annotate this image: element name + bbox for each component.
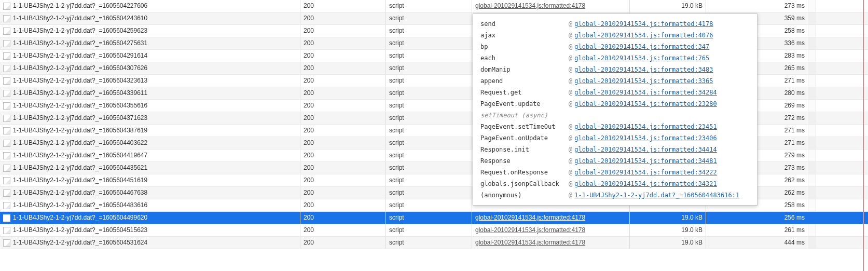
type-cell: script bbox=[386, 237, 472, 249]
name-cell[interactable]: 1-1-UB4JShy2-1-2-yj7dd.dat?_=16056042596… bbox=[0, 25, 300, 37]
initiator-stacktrace-popup: send@global-201029141534.js:formatted:41… bbox=[473, 13, 757, 206]
time-cell: 444 ms bbox=[706, 237, 808, 249]
name-cell[interactable]: 1-1-UB4JShy2-1-2-yj7dd.dat?_=16056042276… bbox=[0, 0, 300, 12]
name-cell[interactable]: 1-1-UB4JShy2-1-2-yj7dd.dat?_=16056042436… bbox=[0, 12, 300, 24]
at-symbol: @ bbox=[569, 55, 572, 62]
name-cell[interactable]: 1-1-UB4JShy2-1-2-yj7dd.dat?_=16056043396… bbox=[0, 87, 300, 99]
request-name: 1-1-UB4JShy2-1-2-yj7dd.dat?_=16056044676… bbox=[13, 187, 147, 199]
frame-location: @global-201029141534.js:formatted:3483 bbox=[569, 64, 713, 75]
name-cell[interactable]: 1-1-UB4JShy2-1-2-yj7dd.dat?_=16056043236… bbox=[0, 75, 300, 87]
at-symbol: @ bbox=[569, 20, 572, 28]
name-cell[interactable]: 1-1-UB4JShy2-1-2-yj7dd.dat?_=16056045316… bbox=[0, 237, 300, 249]
initiator-cell[interactable]: global-201029141534.js:formatted:4178 bbox=[472, 0, 630, 12]
type-cell: script bbox=[386, 174, 472, 186]
frame-location: @global-201029141534.js:formatted:23451 bbox=[569, 121, 717, 132]
waterfall-marker bbox=[863, 0, 864, 249]
name-cell[interactable]: 1-1-UB4JShy2-1-2-yj7dd.dat?_=16056044836… bbox=[0, 199, 300, 211]
initiator-cell[interactable]: global-201029141534.js:formatted:4178 bbox=[472, 237, 630, 249]
type-cell: script bbox=[386, 62, 472, 74]
status-cell: 200 bbox=[300, 62, 386, 74]
stack-frame: bp@global-201029141534.js:formatted:347 bbox=[480, 41, 750, 52]
request-name: 1-1-UB4JShy2-1-2-yj7dd.dat?_=16056044196… bbox=[13, 150, 147, 161]
request-name: 1-1-UB4JShy2-1-2-yj7dd.dat?_=16056042436… bbox=[13, 12, 147, 24]
frame-source-link[interactable]: global-201029141534.js:formatted:34284 bbox=[574, 89, 717, 96]
frame-source-link[interactable]: global-201029141534.js:formatted:23451 bbox=[574, 123, 717, 130]
waterfall-cell bbox=[808, 237, 816, 249]
frame-source-link[interactable]: global-201029141534.js:formatted:3483 bbox=[574, 66, 713, 73]
at-symbol: @ bbox=[569, 77, 572, 85]
frame-source-link[interactable]: global-201029141534.js:formatted:4076 bbox=[574, 32, 713, 39]
file-icon bbox=[3, 227, 10, 234]
network-row[interactable]: 1-1-UB4JShy2-1-2-yj7dd.dat?_=16056044996… bbox=[0, 212, 868, 224]
status-cell: 200 bbox=[300, 237, 386, 249]
waterfall-cell bbox=[808, 12, 816, 24]
frame-function: bp bbox=[480, 41, 569, 52]
at-symbol: @ bbox=[569, 180, 572, 187]
type-cell: script bbox=[386, 37, 472, 49]
request-name: 1-1-UB4JShy2-1-2-yj7dd.dat?_=16056043556… bbox=[13, 100, 147, 112]
at-symbol: @ bbox=[569, 192, 572, 199]
stack-frame: Request.get@global-201029141534.js:forma… bbox=[480, 87, 750, 98]
stack-frame: setTimeout (async) bbox=[480, 110, 750, 121]
request-name: 1-1-UB4JShy2-1-2-yj7dd.dat?_=16056044356… bbox=[13, 162, 147, 174]
frame-source-link[interactable]: 1-1-UB4JShy2-1-2-yj7dd.dat?_=16056044836… bbox=[574, 192, 739, 199]
name-cell[interactable]: 1-1-UB4JShy2-1-2-yj7dd.dat?_=16056043876… bbox=[0, 125, 300, 137]
name-cell[interactable]: 1-1-UB4JShy2-1-2-yj7dd.dat?_=16056045156… bbox=[0, 224, 300, 236]
status-cell: 200 bbox=[300, 125, 386, 137]
waterfall-cell bbox=[808, 100, 816, 112]
frame-function: PageEvent.update bbox=[480, 98, 569, 110]
name-cell[interactable]: 1-1-UB4JShy2-1-2-yj7dd.dat?_=16056044516… bbox=[0, 174, 300, 186]
size-cell: 19.0 kB bbox=[630, 237, 706, 249]
frame-source-link[interactable]: global-201029141534.js:formatted:347 bbox=[574, 43, 709, 50]
frame-location: @global-201029141534.js:formatted:347 bbox=[569, 41, 709, 52]
frame-source-link[interactable]: global-201029141534.js:formatted:765 bbox=[574, 55, 709, 62]
waterfall-cell bbox=[808, 224, 816, 236]
network-row[interactable]: 1-1-UB4JShy2-1-2-yj7dd.dat?_=16056045316… bbox=[0, 237, 868, 249]
file-icon bbox=[3, 90, 10, 97]
name-cell[interactable]: 1-1-UB4JShy2-1-2-yj7dd.dat?_=16056044036… bbox=[0, 137, 300, 149]
frame-source-link[interactable]: global-201029141534.js:formatted:34414 bbox=[574, 146, 717, 153]
request-name: 1-1-UB4JShy2-1-2-yj7dd.dat?_=16056044836… bbox=[13, 199, 147, 211]
waterfall-cell bbox=[808, 37, 816, 49]
frame-source-link[interactable]: global-201029141534.js:formatted:3365 bbox=[574, 77, 713, 85]
request-name: 1-1-UB4JShy2-1-2-yj7dd.dat?_=16056043396… bbox=[13, 87, 147, 99]
name-cell[interactable]: 1-1-UB4JShy2-1-2-yj7dd.dat?_=16056044356… bbox=[0, 162, 300, 174]
network-row[interactable]: 1-1-UB4JShy2-1-2-yj7dd.dat?_=16056045156… bbox=[0, 224, 868, 237]
initiator-cell[interactable]: global-201029141534.js:formatted:4178 bbox=[472, 212, 630, 224]
name-cell[interactable]: 1-1-UB4JShy2-1-2-yj7dd.dat?_=16056043716… bbox=[0, 112, 300, 124]
initiator-link[interactable]: global-201029141534.js:formatted:4178 bbox=[475, 214, 585, 221]
initiator-link[interactable]: global-201029141534.js:formatted:4178 bbox=[475, 2, 585, 9]
frame-function: PageEvent.onUpdate bbox=[480, 132, 569, 144]
frame-function: (anonymous) bbox=[480, 189, 569, 201]
status-cell: 200 bbox=[300, 0, 386, 12]
frame-source-link[interactable]: global-201029141534.js:formatted:34321 bbox=[574, 180, 717, 187]
status-cell: 200 bbox=[300, 212, 386, 224]
waterfall-cell bbox=[808, 75, 816, 87]
at-symbol: @ bbox=[569, 157, 572, 165]
frame-function: ajax bbox=[480, 30, 569, 41]
initiator-cell[interactable]: global-201029141534.js:formatted:4178 bbox=[472, 224, 630, 236]
frame-source-link[interactable]: global-201029141534.js:formatted:4178 bbox=[574, 20, 713, 28]
name-cell[interactable]: 1-1-UB4JShy2-1-2-yj7dd.dat?_=16056044196… bbox=[0, 150, 300, 161]
frame-source-link[interactable]: global-201029141534.js:formatted:23406 bbox=[574, 134, 717, 142]
waterfall-cell bbox=[808, 112, 816, 124]
initiator-link[interactable]: global-201029141534.js:formatted:4178 bbox=[475, 239, 585, 246]
frame-location: @global-201029141534.js:formatted:34321 bbox=[569, 178, 717, 189]
name-cell[interactable]: 1-1-UB4JShy2-1-2-yj7dd.dat?_=16056042756… bbox=[0, 37, 300, 49]
frame-source-link[interactable]: global-201029141534.js:formatted:34481 bbox=[574, 157, 717, 165]
network-row[interactable]: 1-1-UB4JShy2-1-2-yj7dd.dat?_=16056042276… bbox=[0, 0, 868, 12]
frame-location: @global-201029141534.js:formatted:34414 bbox=[569, 144, 717, 155]
name-cell[interactable]: 1-1-UB4JShy2-1-2-yj7dd.dat?_=16056044676… bbox=[0, 187, 300, 199]
stack-frame: PageEvent.setTimeOut@global-201029141534… bbox=[480, 121, 750, 132]
name-cell[interactable]: 1-1-UB4JShy2-1-2-yj7dd.dat?_=16056043556… bbox=[0, 100, 300, 112]
name-cell[interactable]: 1-1-UB4JShy2-1-2-yj7dd.dat?_=16056043076… bbox=[0, 62, 300, 74]
initiator-link[interactable]: global-201029141534.js:formatted:4178 bbox=[475, 226, 585, 234]
frame-function: domManip bbox=[480, 64, 569, 75]
name-cell[interactable]: 1-1-UB4JShy2-1-2-yj7dd.dat?_=16056044996… bbox=[0, 212, 300, 224]
frame-location: @global-201029141534.js:formatted:4178 bbox=[569, 18, 713, 30]
file-icon bbox=[3, 214, 10, 222]
frame-source-link[interactable]: global-201029141534.js:formatted:34222 bbox=[574, 169, 717, 176]
name-cell[interactable]: 1-1-UB4JShy2-1-2-yj7dd.dat?_=16056042916… bbox=[0, 50, 300, 62]
type-cell: script bbox=[386, 162, 472, 174]
frame-source-link[interactable]: global-201029141534.js:formatted:23280 bbox=[574, 100, 717, 107]
